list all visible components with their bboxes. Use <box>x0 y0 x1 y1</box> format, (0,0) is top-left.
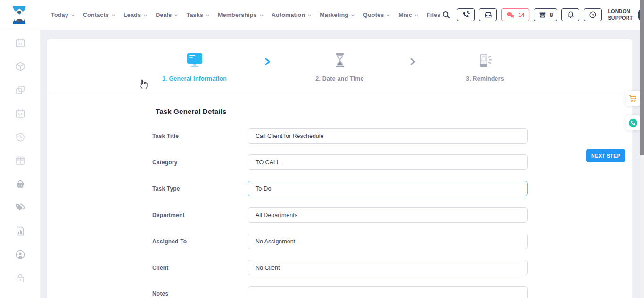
nav-item-files[interactable]: Files <box>427 12 441 18</box>
task-general-form: Task General Details Task Title Category… <box>47 94 632 298</box>
chevron-right-icon <box>264 57 271 66</box>
task-type-input[interactable] <box>248 181 528 196</box>
nav-label: Tasks <box>186 12 203 18</box>
tags-icon <box>15 202 26 213</box>
client-input[interactable] <box>248 260 528 275</box>
nav-item-contacts[interactable]: Contacts <box>83 12 116 18</box>
assigned-to-input[interactable] <box>248 234 528 249</box>
main-nav: Today Contacts Leads Deals Tasks Members… <box>51 12 440 18</box>
nav-label: Today <box>51 12 68 18</box>
search-icon[interactable] <box>440 9 452 21</box>
calendar-12-icon: 12 <box>15 37 26 48</box>
wizard-step-label: 1. General Information <box>136 75 254 82</box>
nav-label: Contacts <box>83 12 109 18</box>
field-label: Assigned To <box>152 238 248 245</box>
left-sidebar: 12 <box>0 30 40 298</box>
task-title-input[interactable] <box>248 128 528 144</box>
chevron-down-icon <box>351 13 355 17</box>
nav-label: Quotes <box>363 12 384 18</box>
help-icon: ? <box>589 11 597 19</box>
nav-item-automation[interactable]: Automation <box>272 12 312 18</box>
chevron-right-icon <box>409 57 416 66</box>
wizard-step-general-information[interactable]: 1. General Information <box>136 52 254 82</box>
nav-label: Deals <box>156 12 172 18</box>
floating-cart-button[interactable] <box>626 91 641 106</box>
sidebar-item-basket[interactable] <box>15 178 26 190</box>
report-icon <box>15 226 26 237</box>
chevron-down-icon <box>111 13 116 17</box>
field-label: Category <box>152 159 248 166</box>
nav-item-quotes[interactable]: Quotes <box>363 12 390 18</box>
phone-alert-icon <box>477 52 493 68</box>
wizard-step-label: 2. Date and Time <box>281 75 399 82</box>
field-label: Department <box>152 212 248 218</box>
nav-label: Memberships <box>218 12 257 18</box>
store-button[interactable]: 8 <box>534 8 558 21</box>
app-logo-hourglass-icon[interactable] <box>8 4 30 26</box>
basket-icon <box>15 178 26 190</box>
nav-item-misc[interactable]: Misc <box>398 12 419 18</box>
nav-item-today[interactable]: Today <box>51 12 75 18</box>
chevron-down-icon <box>174 13 178 17</box>
wizard-steps: 1. General Information 2. Date and Time <box>47 39 632 94</box>
field-label: Task Type <box>152 185 248 192</box>
inbox-button[interactable] <box>479 8 497 21</box>
inbox-icon <box>484 11 492 19</box>
chevron-down-icon <box>71 13 75 17</box>
nav-label: Marketing <box>320 12 348 18</box>
sidebar-item-security[interactable] <box>15 273 26 284</box>
sidebar-item-rewards[interactable] <box>15 155 26 166</box>
phone-volume-button[interactable] <box>457 8 475 21</box>
nav-item-deals[interactable]: Deals <box>156 12 178 18</box>
nav-item-tasks[interactable]: Tasks <box>186 12 210 18</box>
chevron-down-icon <box>206 13 210 17</box>
bell-icon <box>567 11 575 19</box>
wizard-step-label: 3. Reminders <box>426 75 544 82</box>
form-row-department: Department <box>152 207 632 223</box>
form-row-client: Client <box>152 260 632 275</box>
phone-volume-icon <box>462 11 470 19</box>
chevron-down-icon <box>307 13 312 17</box>
sidebar-item-history[interactable] <box>15 131 26 143</box>
nav-label: Files <box>427 12 441 18</box>
sidebar-item-tags[interactable] <box>15 202 26 213</box>
sidebar-item-calendar[interactable]: 12 <box>15 37 26 48</box>
notes-textarea[interactable] <box>248 286 528 298</box>
hourglass-icon <box>333 52 347 68</box>
chevron-down-icon <box>259 13 264 17</box>
form-row-task-type: Task Type <box>152 181 632 196</box>
form-row-task-title: Task Title <box>152 128 632 144</box>
store-count-badge: 8 <box>550 12 553 18</box>
sidebar-item-reports[interactable] <box>15 226 26 237</box>
task-wizard-card: 1. General Information 2. Date and Time <box>47 39 632 298</box>
svg-text:12: 12 <box>18 42 22 46</box>
chats-count-badge: 14 <box>518 12 524 18</box>
help-button[interactable]: ? <box>584 8 602 21</box>
sidebar-item-duplicates[interactable] <box>15 84 26 96</box>
nav-label: Misc <box>398 12 412 18</box>
cube-icon <box>15 61 26 72</box>
form-title: Task General Details <box>156 107 632 115</box>
wizard-step-reminders[interactable]: 3. Reminders <box>426 52 544 82</box>
nav-item-leads[interactable]: Leads <box>124 12 148 18</box>
sidebar-item-products[interactable] <box>15 61 26 72</box>
notifications-button[interactable] <box>561 8 579 21</box>
header-actions: 14 8 ? LONDON SUPPORT <box>440 7 644 24</box>
form-row-notes: Notes <box>152 286 632 298</box>
department-input[interactable] <box>248 207 528 223</box>
sidebar-item-profile[interactable] <box>15 249 26 260</box>
history-icon <box>15 131 26 143</box>
wizard-step-date-and-time[interactable]: 2. Date and Time <box>281 52 399 82</box>
monitor-icon <box>185 52 204 69</box>
scrollbar-thumb[interactable] <box>640 0 644 155</box>
nav-item-memberships[interactable]: Memberships <box>218 12 264 18</box>
top-header: Today Contacts Leads Deals Tasks Members… <box>0 0 640 30</box>
next-step-button[interactable]: NEXT STEP <box>586 149 625 162</box>
nav-item-marketing[interactable]: Marketing <box>320 12 355 18</box>
calendar-sync-icon <box>15 108 26 119</box>
nav-label: Automation <box>272 12 305 18</box>
chats-button[interactable]: 14 <box>501 8 529 21</box>
sidebar-item-calendar-sync[interactable] <box>15 108 26 119</box>
category-input[interactable] <box>248 154 528 170</box>
floating-call-button[interactable] <box>626 115 641 130</box>
